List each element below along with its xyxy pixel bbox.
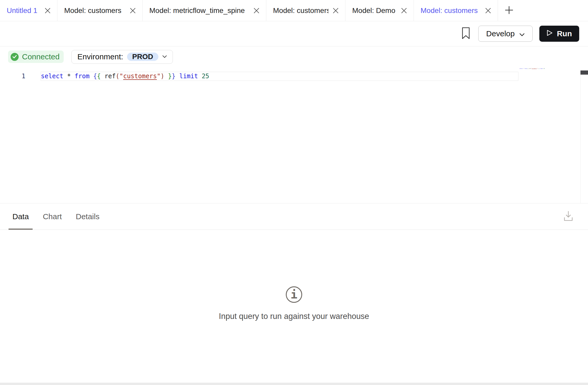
close-icon[interactable]: [254, 8, 259, 13]
tab-bar-spacer: [520, 0, 588, 21]
download-icon: [563, 211, 573, 223]
plus-icon: [505, 6, 513, 15]
tab-data-label: Data: [12, 212, 29, 221]
run-label: Run: [557, 29, 572, 38]
svg-text:i: i: [291, 288, 298, 301]
close-icon[interactable]: [130, 8, 136, 13]
tab-details[interactable]: Details: [76, 203, 100, 230]
play-icon: [547, 29, 553, 38]
results-panel-body: i Input query to run against your wareho…: [0, 230, 588, 383]
tab-details-label: Details: [76, 212, 100, 221]
file-tab-model-metricflow-time-spine[interactable]: Model: metricflow_time_spine: [143, 0, 266, 21]
editor-toolbar: Develop Run: [0, 21, 588, 46]
empty-state-message: Input query to run against your warehous…: [219, 312, 369, 321]
sql-editor[interactable]: 1 select * from {{ ref("customers") }} l…: [0, 67, 588, 203]
bookmark-button[interactable]: [460, 26, 472, 41]
minimap-code-line: select * from {{ ref("customers") }} lim…: [519, 68, 528, 69]
status-row: Connected Environment: PROD: [0, 46, 588, 67]
develop-dropdown-button[interactable]: Develop: [478, 26, 533, 42]
code-line[interactable]: select * from {{ ref("customers") }} lim…: [41, 72, 209, 81]
environment-value-pill: PROD: [127, 53, 158, 61]
connection-status-label: Connected: [22, 52, 60, 61]
file-tab-bar: Untitled 1 Model: customers Model: metri…: [0, 0, 588, 21]
editor-scrollbar[interactable]: [580, 70, 588, 203]
editor-minimap[interactable]: select * from {{ ref("customers") }} lim…: [519, 68, 580, 83]
info-icon: i: [285, 286, 303, 304]
close-icon[interactable]: [45, 8, 50, 13]
connection-status-badge: Connected: [8, 51, 64, 63]
file-tab-model-customers-3[interactable]: Model: customers: [414, 0, 498, 21]
results-tab-bar: Data Chart Details: [0, 203, 588, 230]
bookmark-icon: [462, 27, 470, 40]
tab-chart[interactable]: Chart: [43, 203, 62, 230]
chevron-down-icon: [162, 54, 167, 59]
file-tab-label: Model: customers: [273, 6, 329, 15]
close-icon[interactable]: [333, 8, 339, 13]
close-icon[interactable]: [401, 8, 407, 13]
environment-selector[interactable]: Environment: PROD: [71, 50, 173, 64]
file-tab-label: Model: Demo: [352, 6, 397, 15]
tab-data[interactable]: Data: [12, 203, 29, 230]
download-results-button[interactable]: [563, 211, 573, 223]
chevron-down-icon: [519, 29, 525, 38]
run-button[interactable]: Run: [539, 26, 579, 42]
develop-label: Develop: [486, 29, 515, 38]
environment-label: Environment:: [77, 52, 123, 61]
tab-chart-label: Chart: [43, 212, 62, 221]
file-tab-label: Untitled 1: [7, 6, 41, 15]
file-tab-label: Model: customers: [421, 6, 481, 15]
close-icon[interactable]: [485, 8, 491, 13]
ide-window: Untitled 1 Model: customers Model: metri…: [0, 0, 588, 385]
file-tab-label: Model: customers: [64, 6, 126, 15]
file-tab-untitled-1[interactable]: Untitled 1: [0, 0, 57, 21]
scrollbar-thumb[interactable]: [580, 70, 588, 75]
bottom-scrollbar-track[interactable]: [0, 383, 588, 385]
file-tab-label: Model: metricflow_time_spine: [149, 6, 249, 15]
check-icon: [11, 53, 19, 61]
file-tab-model-customers-1[interactable]: Model: customers: [57, 0, 143, 21]
line-number: 1: [0, 72, 25, 81]
new-tab-button[interactable]: [498, 0, 520, 21]
file-tab-model-customers-2[interactable]: Model: customers: [266, 0, 346, 21]
file-tab-model-demo[interactable]: Model: Demo: [346, 0, 414, 21]
